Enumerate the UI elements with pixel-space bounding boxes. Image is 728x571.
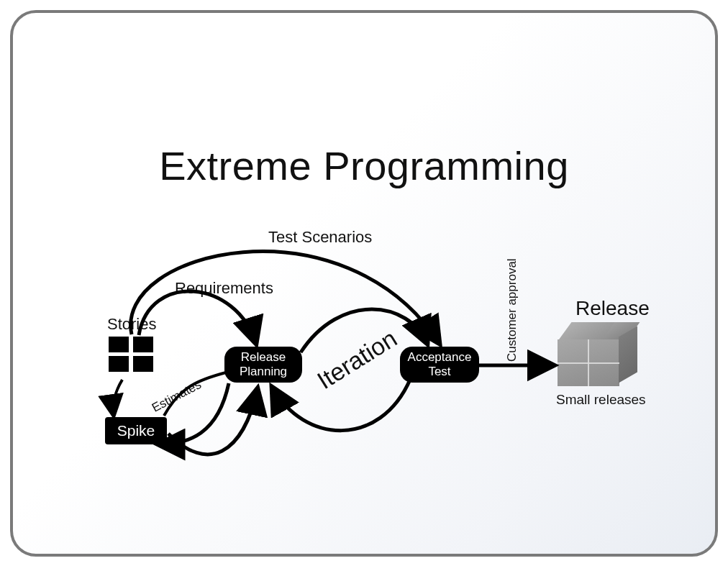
label-requirements: Requirements	[175, 279, 273, 298]
release-cube-icon	[558, 322, 637, 394]
node-label: ReleasePlanning	[240, 350, 287, 378]
label-test-scenarios: Test Scenarios	[268, 228, 372, 247]
node-label: AcceptanceTest	[408, 350, 472, 378]
label-iteration: Iteration	[312, 324, 402, 395]
node-release-planning: ReleasePlanning	[224, 347, 302, 383]
stories-grid-icon	[109, 337, 155, 375]
label-customer-approval: Customer approval	[505, 258, 519, 362]
label-small-releases: Small releases	[556, 392, 646, 408]
label-release: Release	[575, 297, 650, 320]
label-stories: Stories	[107, 315, 156, 334]
label-estimates: Estimates	[150, 378, 204, 416]
diagram-title: Extreme Programming	[13, 142, 715, 189]
node-label: Spike	[117, 422, 155, 439]
node-spike: Spike	[105, 417, 167, 444]
arrows-layer	[13, 13, 718, 557]
node-acceptance-test: AcceptanceTest	[400, 347, 479, 383]
diagram-frame: Extreme Programming ReleasePlanning Acce…	[10, 10, 718, 557]
